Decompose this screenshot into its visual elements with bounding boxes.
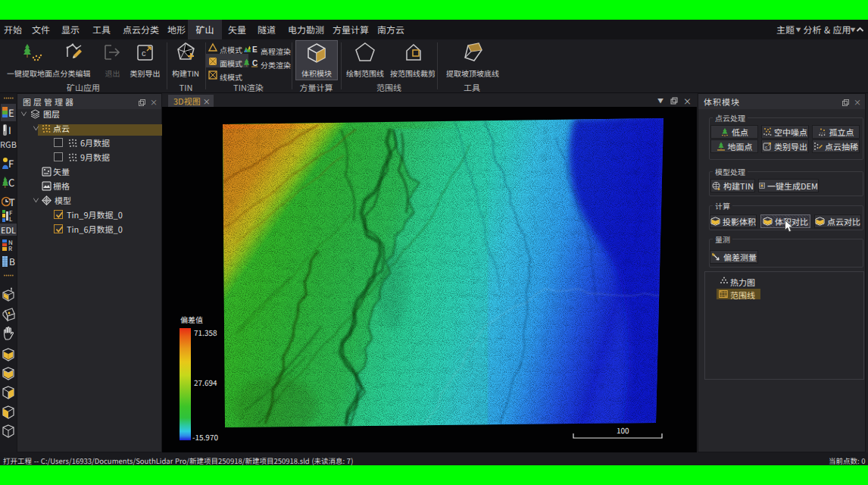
svg-text:E: E xyxy=(252,45,258,54)
svg-text:L: L xyxy=(9,214,13,223)
svg-text:C: C xyxy=(252,59,258,67)
svg-text:27.694: 27.694 xyxy=(194,377,217,388)
svg-text:100: 100 xyxy=(617,424,629,436)
svg-text:T: T xyxy=(9,196,15,208)
svg-text:C: C xyxy=(8,176,14,189)
svg-text:R: R xyxy=(8,244,12,252)
svg-text:I: I xyxy=(8,124,11,136)
svg-text:c: c xyxy=(142,48,146,58)
svg-text:偏差值: 偏差值 xyxy=(180,314,203,325)
svg-text:-15.970: -15.970 xyxy=(192,431,218,443)
svg-text:E: E xyxy=(8,106,14,119)
svg-text:71.358: 71.358 xyxy=(194,327,217,338)
svg-text:c: c xyxy=(765,145,767,149)
svg-text:B: B xyxy=(9,255,15,268)
svg-text:F: F xyxy=(8,157,14,170)
